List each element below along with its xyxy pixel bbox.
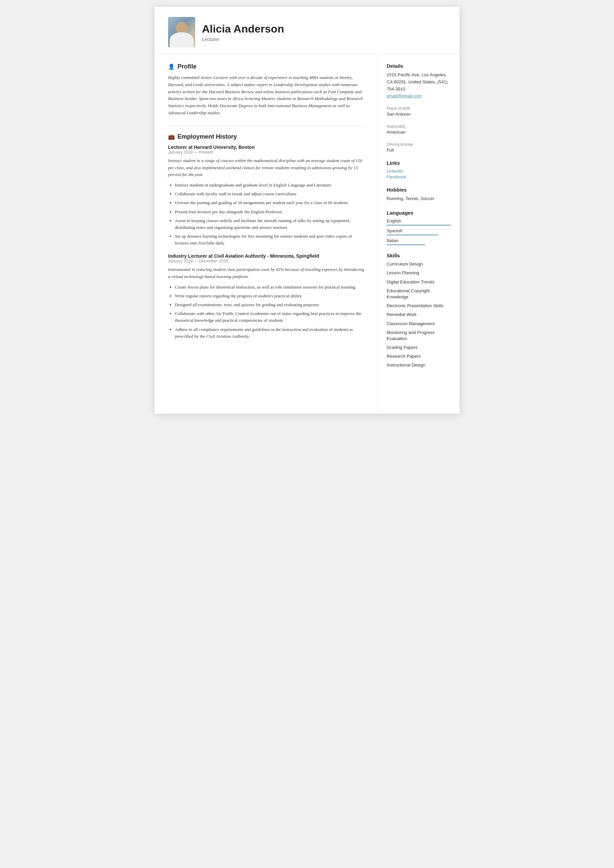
skill-8: Monitoring and Progress Evaluation (387, 329, 451, 342)
links-title: Links (387, 160, 451, 166)
language-italian: Italian (387, 238, 451, 245)
details-title: Details (387, 63, 451, 69)
language-spanish-bar (387, 234, 438, 235)
resume-header: Alicia Anderson Lecturer (155, 7, 459, 54)
languages-title: Languages (387, 210, 451, 216)
details-section: Details 1515 Pacific Ave, Los Angeles, C… (387, 63, 451, 99)
hobbies-title: Hobbies (387, 187, 451, 193)
job-2: Industry Lecturer at Civil Aviation Auth… (168, 253, 364, 340)
language-spanish: Spanish (387, 228, 451, 235)
sidebar: Details 1515 Pacific Ave, Los Angeles, C… (378, 54, 459, 414)
profile-text: Highly committed Senior Lecturer with ov… (168, 74, 364, 116)
resume-body: 👤 Profile Highly committed Senior Lectur… (155, 54, 459, 414)
driving-value: Full (387, 148, 451, 152)
job-1-dates: January 2019 — Present (168, 150, 364, 155)
skill-3: Digital Education Trends (387, 279, 451, 285)
job-2-description: Instrumental in reducing student class p… (168, 266, 364, 280)
list-item: Assist in keeping classes orderly and fa… (175, 217, 364, 231)
skills-section: Skills Curriculum Design Lesson Planning… (387, 253, 451, 368)
employment-icon: 💼 (168, 134, 175, 140)
hobbies-value: Running, Tennis, Soccer (387, 195, 451, 202)
list-item: Create lesson plans for theoretical inst… (175, 284, 364, 290)
job-1-bullets: Instruct students at undergraduate and g… (175, 182, 364, 247)
driving-section: Driving license Full (387, 142, 451, 152)
avatar (168, 17, 195, 48)
skill-2: Lesson Planning (387, 270, 451, 276)
profile-icon: 👤 (168, 64, 175, 70)
driving-label: Driving license (387, 142, 451, 147)
language-english-bar (387, 225, 451, 225)
nationality-label: Nationality (387, 124, 451, 129)
skill-11: Instructional Design (387, 362, 451, 368)
main-column: 👤 Profile Highly committed Senior Lectur… (155, 54, 378, 414)
skill-7: Classroom Management (387, 321, 451, 327)
skills-title: Skills (387, 253, 451, 258)
divider-1 (168, 126, 364, 126)
birth-section: Place of birth San Antonio (387, 106, 451, 116)
employment-section: 💼 Employment History Lecturer at Harvard… (168, 133, 364, 340)
skill-9: Grading Papers (387, 345, 451, 351)
details-email[interactable]: email@email.com (387, 93, 422, 98)
skill-10: Research Papers (387, 353, 451, 359)
list-item: Set up distance learning technologies fo… (175, 233, 364, 247)
list-item: Collaborate with faculty staff to tweak … (175, 191, 364, 197)
birth-label: Place of birth (387, 106, 451, 111)
job-1: Lecturer at Harvard University, Boston J… (168, 144, 364, 247)
facebook-link[interactable]: Facebook (387, 174, 451, 179)
profile-section-title: 👤 Profile (168, 63, 364, 70)
header-text: Alicia Anderson Lecturer (202, 23, 284, 42)
birth-value: San Antonio (387, 112, 451, 116)
employment-section-title: 💼 Employment History (168, 133, 364, 140)
links-section: Links Linkedin Facebook (387, 160, 451, 179)
list-item: Adhere to all compliance requirements an… (175, 326, 364, 340)
list-item: Designed all examinations, tests, and qu… (175, 301, 364, 308)
list-item: Oversee the posting and grading of 20 as… (175, 199, 364, 206)
job-1-title: Lecturer at Harvard University, Boston (168, 144, 364, 150)
list-item: Write regular reports regarding the prog… (175, 293, 364, 300)
skill-1: Curriculum Design (387, 261, 451, 267)
job-2-title: Industry Lecturer at Civil Aviation Auth… (168, 253, 364, 259)
candidate-title: Lecturer (202, 37, 284, 42)
list-item: Present four lectures per day alongside … (175, 208, 364, 215)
job-2-bullets: Create lesson plans for theoretical inst… (175, 284, 364, 340)
language-spanish-name: Spanish (387, 228, 451, 233)
profile-section: 👤 Profile Highly committed Senior Lectur… (168, 63, 364, 116)
language-italian-bar (387, 244, 425, 245)
list-item: Collaborate with other Air Traffic Contr… (175, 310, 364, 324)
nationality-section: Nationality American (387, 124, 451, 135)
skill-6: Remedial Work (387, 312, 451, 318)
skill-5: Electronic Presentation Skills (387, 303, 451, 309)
job-2-dates: January 2018 — December 2018 (168, 259, 364, 264)
hobbies-section: Hobbies Running, Tennis, Soccer (387, 187, 451, 202)
skill-4: Educational Copyright Knowledge (387, 288, 451, 300)
list-item: Instruct students at undergraduate and g… (175, 182, 364, 188)
candidate-name: Alicia Anderson (202, 23, 284, 35)
language-english: English (387, 218, 451, 225)
job-1-description: Instruct student in a range of courses w… (168, 157, 364, 179)
nationality-value: American (387, 129, 451, 135)
resume-document: Alicia Anderson Lecturer 👤 Profile Highl… (155, 7, 459, 414)
languages-section: Languages English Spanish Italian (387, 210, 451, 245)
linkedin-link[interactable]: Linkedin (387, 169, 451, 174)
language-italian-name: Italian (387, 238, 451, 243)
details-address: 1515 Pacific Ave, Los Angeles, CA 90291,… (387, 71, 451, 93)
language-english-name: English (387, 218, 451, 224)
